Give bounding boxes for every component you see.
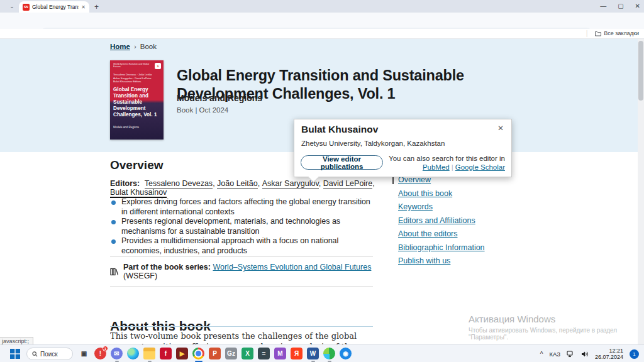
editors-list: Tessaleno DevezasJoão LeitãoAskar Sarygu… bbox=[110, 179, 375, 198]
taskbar-icon-excel[interactable]: X bbox=[242, 348, 253, 359]
book-series-icon bbox=[110, 268, 119, 276]
browser-tabstrip: ⌄ SN Global Energy Transition and S ✕ + … bbox=[0, 0, 644, 13]
sections-nav-item: Publish with us bbox=[398, 257, 637, 265]
browser-tab[interactable]: SN Global Energy Transition and S ✕ bbox=[19, 1, 89, 13]
popup-close-icon[interactable]: ✕ bbox=[497, 124, 504, 133]
editor-link-item: David LePoire bbox=[323, 179, 375, 189]
taskbar-icon-messenger[interactable]: !1 bbox=[94, 348, 106, 359]
site-favicon: SN bbox=[23, 4, 30, 11]
media-player-glyph: ▶ bbox=[180, 351, 185, 357]
notification-badge[interactable]: 1 bbox=[630, 349, 639, 359]
taskbar-icon-maps[interactable] bbox=[323, 348, 335, 359]
editor-link[interactable]: João Leitão bbox=[217, 179, 258, 189]
series-link[interactable]: World–Systems Evolution and Global Futur… bbox=[213, 263, 371, 272]
popup-affiliation: Zhetysu University, Taldykorgan, Kazakhs… bbox=[301, 140, 445, 147]
page-scrollbar[interactable] bbox=[638, 39, 644, 344]
start-button[interactable] bbox=[10, 349, 20, 359]
keyboard-language-indicator[interactable]: КАЗ bbox=[549, 351, 560, 358]
cover-editors-text: Tessaleno Devezas · João Leitão Askar Sa… bbox=[113, 73, 157, 84]
taskbar-badge: 1 bbox=[103, 346, 108, 351]
system-tray: ^ КАЗ 12:21 26.07.2024 1 bbox=[540, 345, 639, 362]
tab-close-icon[interactable]: ✕ bbox=[81, 4, 86, 10]
taskbar-icon-chat[interactable]: ✉ bbox=[111, 348, 123, 359]
breadcrumb-current: Book bbox=[140, 43, 157, 50]
view-editor-publications-button[interactable]: View editor publications bbox=[301, 155, 383, 170]
about-paragraph: This two-volume book presents the challe… bbox=[110, 331, 377, 344]
taskbar: Поиск ▣!1✉f▶PGzX=MЯW◉ ^ КАЗ 12:21 26.07.… bbox=[0, 344, 644, 362]
scrollbar-thumb[interactable] bbox=[638, 41, 643, 101]
pubmed-link[interactable]: PubMed bbox=[423, 163, 450, 171]
popup-search-links: You can also search for this editor in P… bbox=[389, 154, 505, 172]
popup-editor-name: Bulat Khusainov bbox=[301, 124, 378, 135]
taskbar-icon-photos[interactable]: ◉ bbox=[340, 348, 352, 359]
editor-link[interactable]: Askar Sarygulov bbox=[262, 179, 319, 189]
highlight-bullet-item: Presents regional development, materials… bbox=[110, 217, 377, 236]
bookmarks-bar bbox=[0, 29, 644, 39]
series-label: Part of the book series: bbox=[123, 263, 211, 272]
taskbar-apps: ▣!1✉f▶PGzX=MЯW◉ bbox=[78, 348, 352, 359]
clock[interactable]: 12:21 26.07.2024 bbox=[595, 348, 623, 360]
window-maximize-button[interactable]: ▢ bbox=[618, 3, 623, 9]
cover-subtitle-text: Models and Regions bbox=[113, 126, 139, 129]
about-heading-rule bbox=[110, 326, 373, 327]
overview-heading: Overview bbox=[110, 158, 164, 172]
editor-link[interactable]: David LePoire bbox=[323, 179, 373, 189]
tray-hidden-icons-chevron[interactable]: ^ bbox=[540, 351, 543, 358]
gz-glyph: Gz bbox=[227, 351, 235, 357]
breadcrumb: Home › Book bbox=[110, 43, 157, 50]
highlight-bullet-item: Provides a multidimensional approach wit… bbox=[110, 236, 377, 256]
sections-nav: OverviewAbout this bookKeywordsEditors a… bbox=[398, 176, 637, 271]
task-view-glyph: ▣ bbox=[81, 351, 87, 357]
window-minimize-button[interactable]: — bbox=[600, 3, 606, 9]
folder-icon bbox=[595, 31, 601, 36]
taskbar-icon-chrome[interactable] bbox=[192, 348, 204, 359]
editors-line: Editors: Tessaleno DevezasJoão LeitãoAsk… bbox=[110, 179, 380, 197]
windows-activation-watermark: Активация Windows Чтобы активировать Win… bbox=[469, 314, 644, 341]
status-bar-link-preview: javascript:; bbox=[0, 337, 33, 344]
taskbar-icon-explorer[interactable] bbox=[143, 348, 155, 359]
taskbar-icon-edge[interactable] bbox=[127, 348, 139, 359]
excel-glyph: X bbox=[245, 351, 250, 357]
popup-search-text: You can also search for this editor in bbox=[389, 154, 505, 163]
highlight-bullets: Explores driving forces and factors affe… bbox=[110, 197, 377, 256]
publisher-logo-icon: S bbox=[155, 63, 161, 69]
browser-toolbar: ← → ⟳ link.springer.com/book/97830316758… bbox=[0, 13, 644, 29]
powerpoint-glyph: P bbox=[213, 351, 217, 357]
book-cover: World-Systems Evolution and Global Futur… bbox=[110, 60, 164, 140]
page-viewport: Home › Book World-Systems Evolution and … bbox=[0, 39, 644, 344]
sections-nav-item: Keywords bbox=[398, 203, 637, 211]
messenger-glyph: ! bbox=[99, 351, 101, 357]
breadcrumb-home-link[interactable]: Home bbox=[110, 43, 130, 50]
taskbar-icon-media-player[interactable]: ▶ bbox=[176, 348, 188, 359]
google-scholar-link[interactable]: Google Scholar bbox=[455, 163, 505, 171]
yandex-glyph: Я bbox=[294, 351, 299, 357]
sections-nav-item: Bibliographic Information bbox=[398, 244, 637, 252]
taskbar-icon-task-view[interactable]: ▣ bbox=[78, 348, 90, 359]
app-red-glyph: f bbox=[165, 351, 167, 357]
taskbar-icon-word[interactable]: W bbox=[307, 348, 319, 359]
window-close-button[interactable]: ✕ bbox=[635, 3, 640, 9]
volume-icon[interactable] bbox=[581, 351, 589, 358]
book-meta: Book | Oct 2024 bbox=[177, 106, 228, 114]
calculator-glyph: = bbox=[262, 351, 266, 357]
editor-link-item: João Leitão bbox=[217, 179, 262, 189]
highlight-bullet-item: Explores driving forces and factors affe… bbox=[110, 197, 377, 217]
network-icon[interactable] bbox=[567, 351, 575, 358]
breadcrumb-separator: › bbox=[134, 43, 136, 50]
editor-popup: Bulat Khusainov ✕ Zhetysu University, Ta… bbox=[294, 119, 512, 177]
taskbar-icon-paint[interactable]: M bbox=[274, 348, 286, 359]
taskbar-icon-calculator[interactable]: = bbox=[258, 348, 270, 359]
taskbar-icon-yandex[interactable]: Я bbox=[291, 348, 303, 359]
taskbar-icon-app-red[interactable]: f bbox=[160, 348, 172, 359]
all-bookmarks-button[interactable]: │ Все закладки bbox=[586, 30, 639, 36]
editor-link[interactable]: Tessaleno Devezas bbox=[145, 179, 213, 189]
new-tab-button[interactable]: + bbox=[94, 3, 99, 11]
tab-search-icon[interactable]: ⌄ bbox=[5, 2, 19, 11]
taskbar-icon-gz[interactable]: Gz bbox=[225, 348, 237, 359]
editor-link[interactable]: Bulat Khusainov bbox=[110, 188, 167, 198]
series-abbr: (WSEGF) bbox=[123, 272, 157, 280]
taskbar-icon-powerpoint[interactable]: P bbox=[209, 348, 221, 359]
cover-series-text: World-Systems Evolution and Global Futur… bbox=[113, 63, 151, 68]
taskbar-search[interactable]: Поиск bbox=[26, 348, 73, 360]
search-icon bbox=[32, 351, 38, 357]
